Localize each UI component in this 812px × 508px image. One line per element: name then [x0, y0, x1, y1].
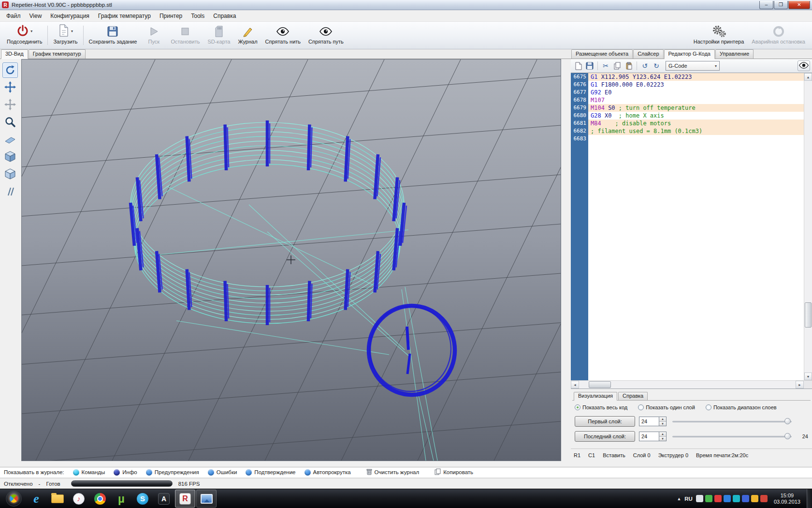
cut-button[interactable]: ✂ [600, 60, 611, 71]
slider-thumb[interactable] [784, 433, 791, 439]
tray-icon[interactable] [714, 495, 722, 502]
slider-thumb[interactable] [784, 418, 791, 424]
tab-slicer[interactable]: Слайсер [633, 49, 663, 59]
spinner-up[interactable]: ▲ [659, 417, 666, 421]
scroll-down-arrow[interactable]: ▼ [804, 373, 812, 380]
tray-icon[interactable] [724, 495, 731, 502]
emergency-stop-button[interactable]: Аварийная остановка [748, 23, 809, 48]
copy-log-button[interactable]: Копировать [435, 468, 473, 476]
move-object-tool-button[interactable] [2, 97, 18, 113]
taskbar-app-repetier[interactable]: R [175, 490, 195, 508]
zoom-tool-button[interactable] [2, 115, 18, 130]
tab-temp-graph[interactable]: График температур [29, 49, 86, 59]
spinner-down[interactable]: ▼ [659, 421, 666, 426]
scroll-up-arrow[interactable]: ▲ [804, 73, 812, 81]
tray-icon[interactable] [742, 495, 749, 502]
log-filter-toggle[interactable]: Автопрокрутка [304, 469, 351, 476]
scrollbar-thumb[interactable] [589, 381, 611, 388]
rotate-tool-button[interactable] [2, 62, 18, 78]
menu-item[interactable]: Файл [2, 11, 25, 21]
scroll-right-arrow[interactable]: ► [796, 381, 804, 388]
maximize-button[interactable]: ❐ [774, 1, 788, 9]
menu-item[interactable]: График температур [94, 11, 155, 21]
iso-view-button[interactable] [2, 149, 18, 165]
close-button[interactable]: ✕ [788, 1, 810, 9]
taskbar-app-ie[interactable]: e [26, 490, 46, 508]
taskbar-app-explorer[interactable] [47, 490, 68, 508]
load-button[interactable]: ▾ Загрузить [49, 23, 81, 48]
taskbar-app-music[interactable]: ♪ [69, 490, 89, 508]
radio-show-layer-range[interactable]: Показать диапазон слоев [706, 404, 777, 410]
printer-settings-button[interactable]: Настройки принтера [690, 23, 748, 48]
taskbar-app-skype[interactable]: S [132, 490, 153, 508]
tray-icon[interactable] [696, 495, 703, 502]
tray-icon[interactable] [705, 495, 712, 502]
toggle-visualization-button[interactable] [798, 60, 810, 71]
spinner-up[interactable]: ▲ [659, 432, 666, 436]
start-button[interactable]: Пуск [141, 23, 167, 48]
log-filter-toggle[interactable]: Команды [73, 469, 105, 476]
radio-show-single-layer[interactable]: Показать один слой [638, 404, 695, 410]
log-filter-toggle[interactable]: Инфо [114, 469, 137, 476]
horizontal-scrollbar[interactable]: ◄ ► [571, 380, 812, 388]
tab-control[interactable]: Управление [715, 49, 754, 59]
minimize-button[interactable]: – [759, 1, 773, 9]
last-layer-button[interactable]: Последний слой: [575, 431, 635, 442]
3d-viewport[interactable] [21, 59, 561, 461]
language-indicator[interactable]: RU [684, 496, 693, 502]
perspective-view-button[interactable] [2, 167, 18, 182]
show-desktop-button[interactable] [807, 489, 812, 508]
first-layer-button[interactable]: Первый слой: [575, 416, 635, 427]
connect-button[interactable]: ▾ Подсоединить [3, 23, 46, 48]
log-filter-toggle[interactable]: Подтверждение [246, 469, 295, 476]
tab-visualization[interactable]: Визуализация [574, 392, 617, 401]
undo-button[interactable]: ↺ [639, 60, 650, 71]
tab-object-placement[interactable]: Размещение объекта [571, 49, 633, 59]
taskbar-app-chrome[interactable] [90, 490, 110, 508]
spinner-down[interactable]: ▼ [659, 436, 666, 441]
tray-icon[interactable] [760, 495, 768, 502]
tray-icon[interactable] [751, 495, 758, 502]
menu-item[interactable]: Принтер [155, 11, 187, 21]
log-button[interactable]: Журнал [234, 23, 261, 48]
vertical-scrollbar[interactable]: ▲ ▼ [804, 73, 812, 380]
copy-button[interactable] [612, 60, 623, 71]
redo-button[interactable]: ↻ [651, 60, 662, 71]
section-tool-button[interactable] [2, 184, 18, 200]
menu-item[interactable]: View [25, 11, 46, 21]
log-filter-toggle[interactable]: Предупреждения [146, 469, 199, 476]
first-layer-slider[interactable] [672, 417, 792, 426]
save-job-button[interactable]: Сохранить задание [85, 23, 141, 48]
first-layer-spinner[interactable]: 24 ▲▼ [639, 417, 667, 426]
save-file-button[interactable] [584, 60, 595, 71]
tray-icon[interactable] [733, 495, 740, 502]
taskbar-app-aimp[interactable]: A [154, 490, 174, 508]
radio-show-all-code[interactable]: Показать весь код [575, 404, 627, 410]
taskbar-app-photo-viewer[interactable] [196, 490, 217, 508]
last-layer-slider[interactable] [672, 432, 792, 441]
sd-card-button[interactable]: SD-карта [203, 23, 234, 48]
clear-log-button[interactable]: Очистить журнал [366, 468, 420, 476]
new-file-button[interactable] [573, 60, 583, 71]
tray-expand-icon[interactable]: ▲ [677, 496, 681, 501]
scroll-left-arrow[interactable]: ◄ [571, 381, 579, 388]
paste-button[interactable] [624, 60, 634, 71]
start-button[interactable] [6, 491, 22, 507]
face-view-button[interactable] [2, 132, 18, 148]
gcode-type-dropdown[interactable]: G-Code▾ [666, 61, 720, 71]
tab-help[interactable]: Справка [618, 392, 648, 400]
log-filter-toggle[interactable]: Ошибки [208, 469, 237, 476]
hide-travel-button[interactable]: Спрятать путь [304, 23, 348, 48]
menu-item[interactable]: Справка [209, 11, 240, 21]
stop-button[interactable]: Остановить [167, 23, 203, 48]
last-layer-spinner[interactable]: 24 ▲▼ [639, 432, 667, 441]
pan-tool-button[interactable] [2, 80, 18, 95]
gcode-text-area[interactable]: 6675 G1 X112.905 Y123.624 E1.02223 6676 … [571, 73, 804, 380]
taskbar-clock[interactable]: 15:09 03.09.2013 [774, 493, 800, 505]
menu-item[interactable]: Конфигурация [46, 11, 94, 21]
tab-gcode-editor[interactable]: Редактор G-Кода [664, 49, 715, 59]
menu-item[interactable]: Tools [187, 11, 209, 21]
tab-3d-view[interactable]: 3D-Вид [1, 49, 28, 59]
scrollbar-thumb[interactable] [805, 302, 812, 328]
hide-filament-button[interactable]: Спрятать нить [261, 23, 304, 48]
